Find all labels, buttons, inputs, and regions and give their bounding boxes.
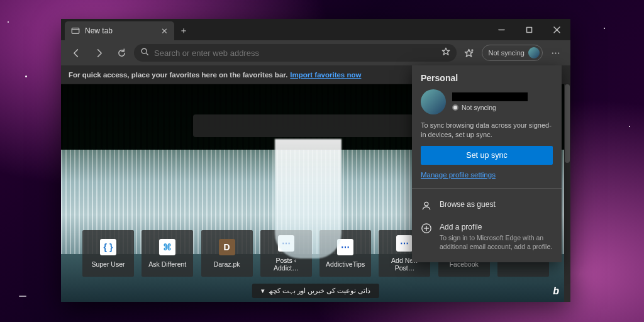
svg-point-14 (558, 52, 559, 53)
tile-favicon-icon: ⋯ (278, 235, 294, 252)
menu-button[interactable] (545, 43, 565, 63)
tab-strip: New tab ✕ ＋ (61, 19, 570, 40)
svg-point-6 (142, 48, 147, 53)
search-icon (140, 47, 149, 58)
svg-rect-3 (526, 27, 531, 32)
account-name-redacted (452, 92, 528, 101)
scrollbar-thumb[interactable] (565, 84, 570, 163)
ntp-search-box[interactable] (193, 114, 413, 137)
add-profile-item[interactable]: Add a profile To sign in to Microsoft Ed… (421, 220, 553, 253)
tile-favicon-icon: { } (100, 239, 116, 255)
sync-status-text: Not syncing (462, 104, 496, 111)
sync-status-icon (452, 104, 458, 111)
profile-sync-label: Not syncing (489, 49, 525, 57)
quick-link-tile[interactable]: DDaraz.pk (201, 230, 253, 277)
flyout-title: Personal (421, 73, 553, 83)
feed-expand-pill[interactable]: ▾ ذاتی نوعیت کی خبریں اور بہت کچھ (252, 284, 379, 298)
tab-new-tab[interactable]: New tab ✕ (65, 21, 174, 40)
decoration (8, 21, 9, 23)
close-tab-icon[interactable]: ✕ (161, 26, 168, 36)
add-profile-description: To sign in to Microsoft Edge with an add… (440, 233, 553, 251)
avatar-icon (528, 47, 540, 58)
tile-label: AddictiveTips (326, 260, 365, 268)
quick-link-tile[interactable]: ⋯Posts ‹ Addict… (260, 230, 312, 277)
decoration (629, 126, 630, 127)
quick-link-tile[interactable]: ⋯AddictiveTips (319, 230, 371, 277)
refresh-button[interactable] (111, 43, 131, 63)
tile-favicon-icon: ⋯ (337, 239, 353, 255)
quick-link-tile[interactable]: { }Super User (82, 230, 134, 277)
chevron-down-icon: ▾ (261, 287, 265, 295)
tile-favicon-icon: ⋯ (396, 235, 413, 252)
svg-marker-8 (442, 48, 449, 55)
favorites-hint-text: For quick access, place your favorites h… (69, 71, 287, 79)
favorites-button[interactable] (459, 43, 479, 63)
add-icon (421, 223, 432, 234)
bing-logo-icon[interactable]: b (553, 286, 559, 297)
profile-flyout: Personal Not syncing To sync browsing da… (412, 65, 562, 262)
desktop-wallpaper: New tab ✕ ＋ (0, 0, 644, 322)
tile-favicon-icon: D (219, 239, 235, 255)
manage-profile-link[interactable]: Manage profile settings (421, 171, 496, 179)
guest-icon (421, 200, 432, 211)
avatar-icon (421, 89, 446, 114)
close-window-button[interactable] (543, 19, 570, 40)
profile-button[interactable]: Not syncing (482, 45, 543, 61)
tile-label: Ask Different (148, 260, 186, 268)
vertical-scrollbar[interactable] (564, 84, 570, 302)
address-bar[interactable] (134, 44, 457, 62)
maximize-button[interactable] (515, 19, 543, 40)
back-button[interactable] (66, 43, 86, 63)
setup-sync-button[interactable]: Set up sync (421, 146, 553, 165)
add-profile-label: Add a profile (440, 223, 553, 231)
tile-label: Daraz.pk (214, 260, 240, 268)
svg-point-15 (425, 202, 428, 206)
favorite-star-icon[interactable] (441, 47, 450, 58)
import-favorites-link[interactable]: Import favorites now (290, 71, 361, 79)
decoration (19, 296, 26, 297)
svg-point-12 (552, 52, 553, 53)
decoration (604, 28, 605, 29)
browse-as-guest-label: Browse as guest (440, 200, 496, 209)
tile-label: Posts ‹ Addict… (263, 257, 309, 272)
svg-line-7 (147, 53, 148, 55)
separator (412, 188, 562, 189)
svg-point-13 (555, 52, 556, 53)
sync-description: To sync browsing data across your signed… (421, 121, 553, 140)
flyout-account-row[interactable]: Not syncing (421, 89, 553, 114)
window-caption-buttons (487, 19, 570, 40)
minimize-button[interactable] (487, 19, 515, 40)
sync-status-chip: Not syncing (452, 104, 553, 111)
address-input[interactable] (154, 48, 436, 58)
tab-title: New tab (85, 26, 113, 35)
tile-favicon-icon: ⌘ (159, 239, 175, 255)
browse-as-guest-item[interactable]: Browse as guest (421, 197, 553, 214)
toolbar: Not syncing (61, 40, 570, 65)
quick-link-tile[interactable]: ⌘Ask Different (142, 230, 193, 277)
newtab-favicon-icon (71, 26, 80, 35)
browser-window: New tab ✕ ＋ (61, 19, 570, 302)
new-tab-button[interactable]: ＋ (174, 21, 193, 40)
forward-button[interactable] (89, 43, 109, 63)
svg-rect-0 (72, 28, 79, 34)
feed-pill-label: ذاتی نوعیت کی خبریں اور بہت کچھ (269, 287, 370, 295)
decoration (25, 75, 27, 77)
tile-label: Super User (91, 260, 125, 268)
